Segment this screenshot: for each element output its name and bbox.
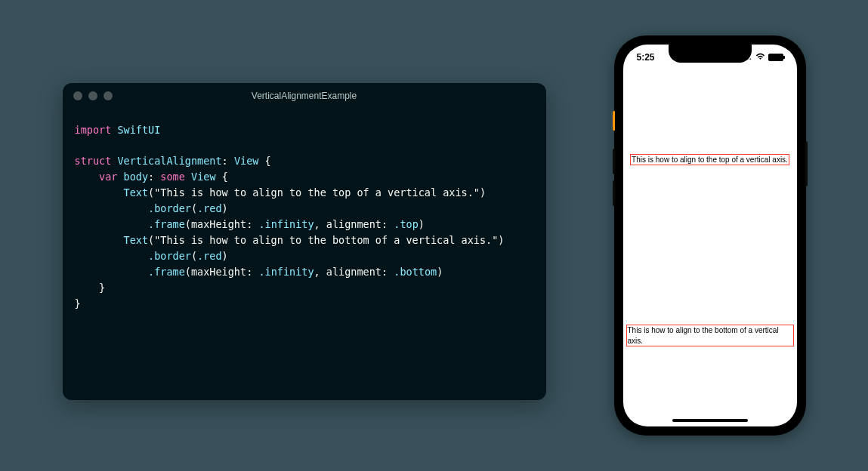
minimize-dot[interactable] (88, 91, 97, 100)
code-type: View (234, 155, 259, 167)
code-type: VerticalAlignment (117, 155, 221, 167)
status-time: 5:25 (637, 52, 655, 63)
code-area: import SwiftUI struct VerticalAlignment:… (63, 109, 546, 325)
code-enum: .infinity (258, 266, 314, 278)
code-editor-window: VerticalAlignmentExample import SwiftUI … (63, 83, 546, 400)
code-type: View (191, 171, 216, 183)
mute-switch-icon (613, 111, 615, 131)
code-enum: .top (394, 218, 419, 230)
code-fn: Text (124, 234, 149, 246)
volume-down-button (613, 180, 615, 206)
iphone-frame: 5:25 .... This is how to align to the to… (614, 35, 806, 436)
battery-icon (768, 54, 783, 61)
code-keyword: import (75, 124, 112, 136)
side-button (805, 141, 808, 186)
bottom-aligned-text: This is how to align to the bottom of a … (626, 325, 794, 346)
code-method: .border (148, 202, 191, 214)
code-method: .frame (148, 218, 185, 230)
bottom-aligned-frame: This is how to align to the bottom of a … (626, 248, 794, 423)
close-dot[interactable] (73, 91, 82, 100)
code-keyword: struct (75, 155, 112, 167)
code-enum: .bottom (394, 266, 437, 278)
code-arg: alignment (326, 218, 381, 230)
code-identifier: body (124, 171, 149, 183)
code-arg: maxHeight (191, 266, 246, 278)
home-indicator (672, 419, 748, 422)
wifi-icon (755, 53, 765, 62)
iphone-screen: 5:25 .... This is how to align to the to… (623, 45, 797, 426)
code-string: "This is how to align to the top of a ve… (154, 186, 480, 199)
code-enum: .red (197, 250, 222, 262)
code-enum: .infinity (258, 218, 314, 230)
code-arg: alignment (326, 266, 381, 278)
top-aligned-text: This is how to align to the top of a ver… (630, 154, 789, 166)
code-keyword: var (99, 171, 117, 183)
editor-titlebar: VerticalAlignmentExample (63, 83, 546, 109)
code-type: SwiftUI (117, 124, 160, 136)
code-fn: Text (124, 186, 149, 199)
window-controls[interactable] (73, 91, 113, 100)
editor-title: VerticalAlignmentExample (63, 91, 546, 101)
code-method: .frame (148, 266, 185, 278)
code-arg: maxHeight (191, 218, 246, 230)
volume-up-button (613, 149, 615, 174)
code-keyword: some (160, 171, 185, 183)
code-enum: .red (197, 202, 222, 214)
app-content: This is how to align to the top of a ver… (623, 70, 797, 426)
code-method: .border (148, 250, 191, 262)
maximize-dot[interactable] (103, 91, 113, 100)
code-string: "This is how to align to the bottom of a… (154, 234, 498, 246)
notch (669, 45, 752, 63)
top-aligned-frame: This is how to align to the top of a ver… (626, 72, 794, 248)
